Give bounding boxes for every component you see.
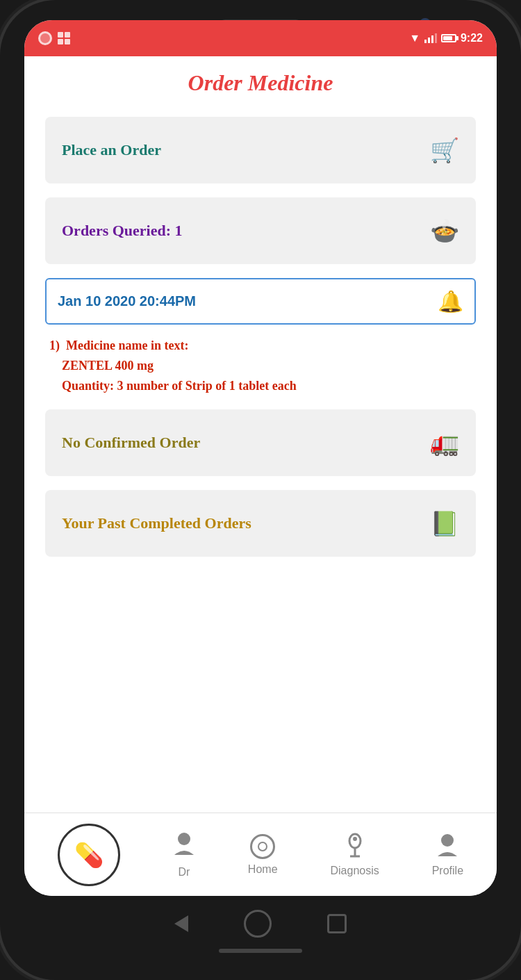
query-date-box[interactable]: Jan 10 2020 20:44PM 🔔 (45, 278, 476, 325)
wifi-icon: ▼ (409, 32, 420, 44)
bell-icon: 🔔 (438, 289, 463, 313)
nav-label-dr: Dr (178, 866, 190, 879)
status-bar: ▼ 9:22 (24, 20, 497, 56)
status-time: 9:22 (461, 32, 483, 44)
svg-point-4 (353, 837, 357, 841)
home-icon (250, 834, 275, 859)
nav-item-dr[interactable]: Dr (173, 831, 195, 879)
status-circle-icon (38, 31, 52, 45)
phone-bottom-controls (174, 896, 347, 960)
battery-icon (441, 34, 456, 42)
query-details: 1) Medicine name in text: ZENTEL 400 mg … (45, 336, 476, 395)
medicine-icon: 💊 (74, 841, 104, 869)
main-content: Order Medicine Place an Order 🛒 Orders Q… (24, 56, 497, 812)
hardware-nav-buttons (174, 910, 347, 938)
nav-label-diagnosis: Diagnosis (330, 865, 379, 877)
place-order-label: Place an Order (62, 141, 161, 159)
status-left-icons (38, 31, 70, 45)
status-right-icons: ▼ 9:22 (409, 32, 483, 44)
nav-circle-medicine: 💊 (58, 824, 120, 886)
page-title: Order Medicine (45, 70, 476, 96)
no-confirmed-label: No Confirmed Order (62, 434, 200, 452)
bottom-nav: 💊 Dr Home (24, 812, 497, 896)
profile-icon (436, 833, 458, 860)
orders-queried-card[interactable]: Orders Queried: 1 🍲 (45, 197, 476, 264)
battery-fill (443, 36, 452, 40)
nav-label-profile: Profile (432, 865, 463, 877)
bottom-bar (219, 949, 302, 953)
past-orders-label: Your Past Completed Orders (62, 514, 251, 532)
truck-icon: 🚛 (430, 429, 459, 457)
past-orders-card[interactable]: Your Past Completed Orders 📗 (45, 490, 476, 557)
query-line-3: Quantity: 3 number of Strip of 1 tablet … (49, 376, 472, 396)
cart-icon: 🛒 (430, 136, 459, 164)
orders-queried-label: Orders Queried: 1 (62, 222, 183, 240)
ledger-icon: 📗 (430, 509, 459, 537)
no-confirmed-order-card[interactable]: No Confirmed Order 🚛 (45, 409, 476, 476)
query-line-2: ZENTEL 400 mg (49, 356, 472, 376)
place-order-card[interactable]: Place an Order 🛒 (45, 117, 476, 183)
cooking-pot-icon: 🍲 (430, 217, 459, 245)
nav-item-home[interactable]: Home (248, 834, 278, 876)
signal-icon (424, 33, 437, 43)
diagnosis-icon (343, 833, 367, 860)
dr-icon (173, 831, 195, 862)
recents-button[interactable] (327, 914, 347, 933)
query-line-1: 1) Medicine name in text: (49, 336, 472, 356)
home-button[interactable] (244, 910, 272, 938)
svg-point-0 (178, 833, 190, 845)
nav-item-diagnosis[interactable]: Diagnosis (330, 833, 379, 877)
nav-item-profile[interactable]: Profile (432, 833, 463, 877)
nav-label-home: Home (248, 863, 278, 876)
status-grid-icon (58, 32, 70, 44)
nav-item-medicine[interactable]: 💊 (58, 824, 120, 886)
phone-screen: ▼ 9:22 Order Medicine Place an Order 🛒 (24, 20, 497, 896)
back-button[interactable] (174, 915, 188, 932)
phone-frame: ▼ 9:22 Order Medicine Place an Order 🛒 (0, 0, 521, 980)
query-date: Jan 10 2020 20:44PM (58, 293, 196, 309)
svg-point-5 (441, 834, 454, 847)
